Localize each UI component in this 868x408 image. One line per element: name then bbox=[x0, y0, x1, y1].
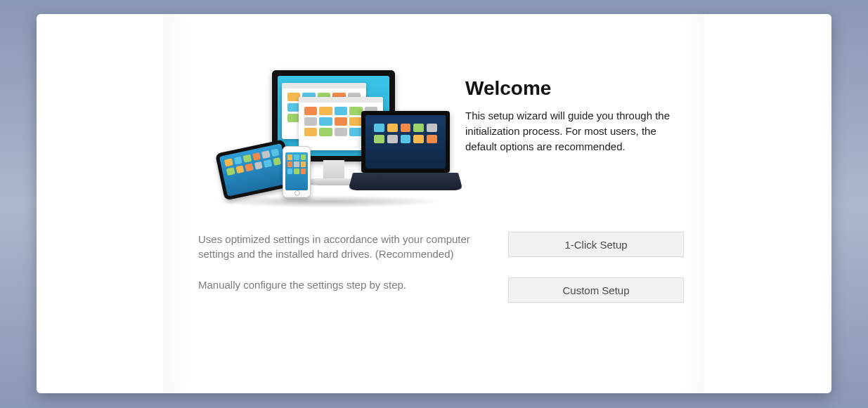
content-area: Welcome This setup wizard will guide you… bbox=[163, 14, 705, 393]
custom-setup-button[interactable]: Custom Setup bbox=[508, 277, 684, 303]
welcome-title: Welcome bbox=[465, 77, 684, 100]
setup-wizard-card: Welcome This setup wizard will guide you… bbox=[37, 14, 831, 393]
quick-setup-row: Uses optimized settings in accordance wi… bbox=[198, 232, 684, 261]
custom-setup-row: Manually configure the settings step by … bbox=[198, 277, 684, 303]
devices-illustration bbox=[198, 70, 437, 204]
quick-setup-description: Uses optimized settings in accordance wi… bbox=[198, 232, 480, 261]
phone-icon bbox=[283, 146, 311, 198]
custom-setup-description: Manually configure the settings step by … bbox=[198, 277, 480, 292]
one-click-setup-button[interactable]: 1-Click Setup bbox=[508, 232, 684, 257]
laptop-icon bbox=[353, 111, 458, 201]
welcome-description: This setup wizard will guide you through… bbox=[465, 108, 684, 154]
